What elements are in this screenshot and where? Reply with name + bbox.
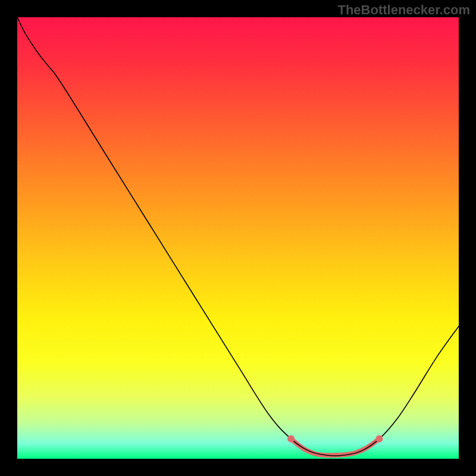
watermark: TheBottlenecker.com	[337, 2, 470, 18]
plot-area	[17, 17, 459, 459]
optimal-dot-left	[287, 436, 295, 443]
chart-container: TheBottlenecker.com	[0, 0, 476, 476]
optimal-dot-right	[375, 436, 383, 443]
gradient-background	[17, 17, 459, 459]
chart-svg	[17, 17, 459, 459]
